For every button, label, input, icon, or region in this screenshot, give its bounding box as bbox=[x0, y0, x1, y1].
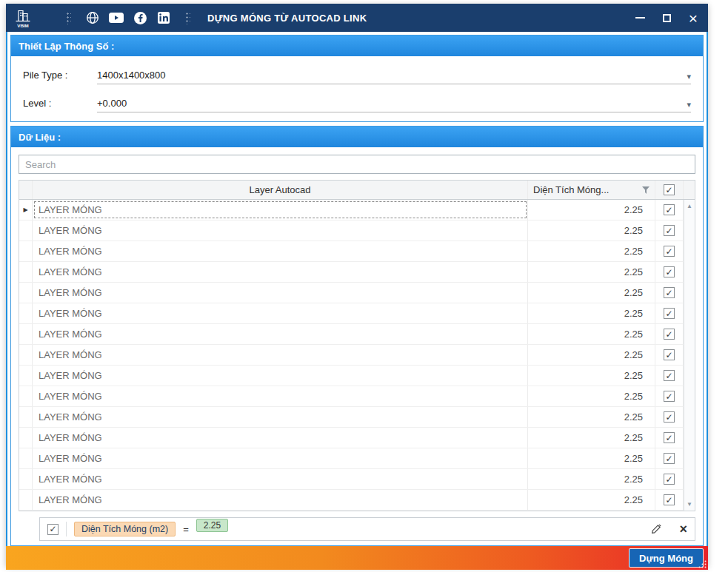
table-row[interactable]: ▶ LAYER MÓNG 2.25 ✓ bbox=[19, 407, 684, 428]
filter-icon[interactable] bbox=[642, 186, 649, 194]
area-cell[interactable]: 2.25 bbox=[528, 448, 655, 468]
scroll-down-icon[interactable]: ▼ bbox=[687, 501, 692, 508]
table-row[interactable]: ▶ LAYER MÓNG 2.25 ✓ bbox=[19, 303, 684, 324]
search-input[interactable] bbox=[25, 159, 689, 170]
row-indicator-cell: ▶ bbox=[19, 262, 33, 282]
row-checkbox[interactable]: ✓ bbox=[664, 329, 675, 340]
toolbar-grip-icon[interactable] bbox=[66, 12, 71, 24]
table-row[interactable]: ▶ LAYER MÓNG 2.25 ✓ bbox=[19, 469, 684, 490]
resize-grip-icon[interactable] bbox=[698, 560, 707, 568]
filter-value-chip[interactable]: 2.25 bbox=[196, 519, 228, 532]
area-cell[interactable]: 2.25 bbox=[528, 303, 655, 323]
minimize-button[interactable] bbox=[634, 12, 646, 24]
row-checkbox[interactable]: ✓ bbox=[664, 453, 675, 464]
scroll-up-icon[interactable]: ▲ bbox=[687, 203, 692, 209]
indicator-column-header bbox=[19, 181, 33, 199]
layer-cell[interactable]: LAYER MÓNG bbox=[33, 469, 528, 489]
vertical-scrollbar[interactable]: ▲ ▼ bbox=[684, 200, 695, 511]
edit-filter-icon[interactable] bbox=[651, 524, 661, 534]
layer-cell[interactable]: LAYER MÓNG bbox=[33, 407, 528, 427]
build-button[interactable]: Dựng Móng bbox=[629, 548, 704, 568]
select-all-checkbox[interactable]: ✓ bbox=[664, 184, 675, 195]
row-checkbox[interactable]: ✓ bbox=[664, 411, 675, 423]
filter-field-chip[interactable]: Diện Tích Móng (m2) bbox=[74, 522, 176, 536]
table-row[interactable]: ▶ LAYER MÓNG 2.25 ✓ bbox=[19, 345, 684, 366]
row-checkbox[interactable]: ✓ bbox=[664, 474, 675, 485]
layer-cell[interactable]: LAYER MÓNG bbox=[33, 241, 528, 261]
table-row[interactable]: ▶ LAYER MÓNG 2.25 ✓ bbox=[19, 366, 684, 386]
column-header-layer[interactable]: Layer Autocad bbox=[33, 181, 528, 199]
layer-cell[interactable]: LAYER MÓNG bbox=[33, 345, 528, 365]
area-cell[interactable]: 2.25 bbox=[528, 283, 655, 303]
row-checkbox[interactable]: ✓ bbox=[664, 246, 675, 257]
area-cell[interactable]: 2.25 bbox=[528, 200, 655, 220]
table-row[interactable]: ▶ LAYER MÓNG 2.25 ✓ bbox=[19, 324, 684, 345]
table-row[interactable]: ▶ LAYER MÓNG 2.25 ✓ bbox=[19, 262, 684, 283]
layer-cell[interactable]: LAYER MÓNG bbox=[33, 324, 528, 344]
table-row[interactable]: ▶ LAYER MÓNG 2.25 ✓ bbox=[19, 283, 684, 303]
table-row[interactable]: ▶ LAYER MÓNG 2.25 ✓ bbox=[19, 221, 684, 241]
layer-cell[interactable]: LAYER MÓNG bbox=[33, 448, 528, 468]
row-checkbox[interactable]: ✓ bbox=[664, 391, 675, 402]
area-cell[interactable]: 2.25 bbox=[528, 262, 655, 282]
row-checkbox[interactable]: ✓ bbox=[664, 225, 675, 236]
area-cell[interactable]: 2.25 bbox=[528, 386, 655, 406]
facebook-icon[interactable] bbox=[132, 10, 148, 26]
close-button[interactable]: × bbox=[687, 12, 699, 24]
area-cell[interactable]: 2.25 bbox=[528, 428, 655, 448]
layer-cell[interactable]: LAYER MÓNG bbox=[33, 221, 528, 240]
row-checkbox[interactable]: ✓ bbox=[664, 494, 675, 505]
layer-cell[interactable]: LAYER MÓNG bbox=[33, 200, 528, 220]
area-cell[interactable]: 2.25 bbox=[528, 469, 655, 489]
row-checkbox[interactable]: ✓ bbox=[664, 432, 675, 443]
remove-filter-icon[interactable]: × bbox=[679, 522, 687, 536]
table-row[interactable]: ▶ LAYER MÓNG 2.25 ✓ bbox=[19, 428, 684, 448]
globe-icon[interactable] bbox=[84, 10, 101, 26]
area-cell[interactable]: 2.25 bbox=[528, 407, 655, 427]
area-cell[interactable]: 2.25 bbox=[528, 366, 655, 386]
row-arrow-icon: ▶ bbox=[23, 206, 27, 213]
chevron-down-icon[interactable]: ▾ bbox=[687, 101, 691, 109]
data-table: Layer Autocad Diện Tích Móng... ✓ ▶ LAYE… bbox=[19, 180, 695, 511]
maximize-button[interactable] bbox=[661, 12, 672, 24]
area-cell[interactable]: 2.25 bbox=[528, 324, 655, 344]
table-row[interactable]: ▶ LAYER MÓNG 2.25 ✓ bbox=[19, 448, 684, 469]
toolbar-grip-icon[interactable] bbox=[185, 12, 190, 24]
layer-cell[interactable]: LAYER MÓNG bbox=[33, 303, 528, 323]
table-row[interactable]: ▶ LAYER MÓNG 2.25 ✓ bbox=[19, 241, 684, 262]
row-checkbox-cell: ✓ bbox=[655, 303, 684, 323]
layer-cell[interactable]: LAYER MÓNG bbox=[33, 490, 528, 510]
pile-type-value: 1400x1400x800 bbox=[97, 70, 166, 81]
window-controls: × bbox=[634, 12, 699, 24]
layer-cell[interactable]: LAYER MÓNG bbox=[33, 283, 528, 303]
filter-enabled-checkbox[interactable]: ✓ bbox=[47, 524, 59, 535]
row-checkbox[interactable]: ✓ bbox=[664, 266, 675, 277]
layer-cell[interactable]: LAYER MÓNG bbox=[33, 262, 528, 282]
table-row[interactable]: ▶ LAYER MÓNG 2.25 ✓ bbox=[19, 200, 684, 221]
row-checkbox[interactable]: ✓ bbox=[664, 349, 675, 360]
titlebar[interactable]: VBIM bbox=[6, 4, 708, 32]
filter-operator[interactable]: = bbox=[183, 524, 189, 535]
row-checkbox[interactable]: ✓ bbox=[664, 204, 675, 215]
pile-type-combobox[interactable]: 1400x1400x800 ▾ bbox=[97, 65, 691, 84]
layer-cell[interactable]: LAYER MÓNG bbox=[33, 386, 528, 406]
row-checkbox[interactable]: ✓ bbox=[664, 308, 675, 319]
row-checkbox[interactable]: ✓ bbox=[664, 287, 675, 298]
level-combobox[interactable]: +0.000 ▾ bbox=[97, 93, 691, 112]
layer-cell[interactable]: LAYER MÓNG bbox=[33, 366, 528, 386]
chevron-down-icon[interactable]: ▾ bbox=[687, 73, 691, 81]
area-cell[interactable]: 2.25 bbox=[528, 241, 655, 261]
row-indicator-cell: ▶ bbox=[19, 407, 33, 427]
youtube-icon[interactable] bbox=[108, 10, 124, 26]
layer-cell[interactable]: LAYER MÓNG bbox=[33, 428, 528, 448]
area-cell[interactable]: 2.25 bbox=[528, 345, 655, 365]
data-group-header: Dữ Liệu : bbox=[11, 127, 703, 147]
table-row[interactable]: ▶ LAYER MÓNG 2.25 ✓ bbox=[19, 490, 684, 511]
linkedin-icon[interactable] bbox=[156, 10, 172, 26]
column-header-area[interactable]: Diện Tích Móng... bbox=[528, 181, 655, 199]
row-checkbox[interactable]: ✓ bbox=[664, 370, 675, 381]
area-cell[interactable]: 2.25 bbox=[528, 490, 655, 510]
table-row[interactable]: ▶ LAYER MÓNG 2.25 ✓ bbox=[19, 386, 684, 407]
pile-type-field: Pile Type : 1400x1400x800 ▾ bbox=[11, 61, 703, 89]
area-cell[interactable]: 2.25 bbox=[528, 221, 655, 240]
